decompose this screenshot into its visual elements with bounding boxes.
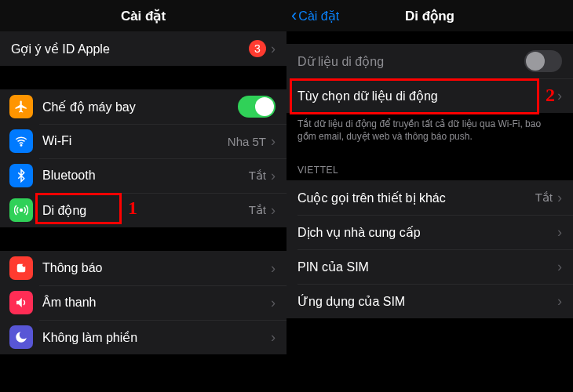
row-label: Tùy chọn dữ liệu di động	[297, 89, 557, 103]
settings-root-pane: Cài đặt Gợi ý về ID Apple 3 › Chế độ máy…	[0, 0, 286, 392]
notifications-icon	[9, 256, 33, 280]
section-gap	[286, 31, 573, 44]
cellular-pane: ‹ Cài đặt Di động Dữ liệu di động Tùy ch…	[286, 0, 573, 392]
carrier-services-row[interactable]: Dịch vụ nhà cung cấp ›	[286, 215, 573, 249]
cellular-row[interactable]: Di động Tắt ›	[0, 193, 286, 227]
sounds-row[interactable]: Âm thanh ›	[0, 285, 286, 320]
connectivity-section: Chế độ máy bay Wi-Fi Nha 5T › Bluetooth …	[0, 89, 286, 227]
bluetooth-row[interactable]: Bluetooth Tắt ›	[0, 158, 286, 193]
row-value: Tắt	[249, 169, 266, 183]
airplane-icon	[9, 95, 33, 118]
chevron-right-icon: ›	[271, 41, 276, 57]
row-label: Ứng dụng của SIM	[297, 294, 557, 309]
chevron-right-icon: ›	[271, 168, 276, 184]
row-label: Chế độ máy bay	[42, 100, 238, 114]
back-button[interactable]: ‹ Cài đặt	[291, 0, 339, 31]
tutorial-number-2: 2	[546, 85, 555, 106]
mobile-data-toggle[interactable]	[524, 50, 562, 72]
chevron-right-icon: ›	[271, 202, 276, 219]
page-title: Di động	[405, 8, 454, 24]
mobile-data-section: Dữ liệu di động Tùy chọn dữ liệu di động…	[286, 44, 573, 113]
airplane-toggle[interactable]	[238, 96, 276, 118]
row-label: Thông báo	[42, 261, 271, 275]
navbar-left: Cài đặt	[0, 0, 286, 31]
notifications-row[interactable]: Thông báo ›	[0, 251, 286, 285]
chevron-right-icon: ›	[271, 295, 276, 311]
back-label: Cài đặt	[298, 9, 339, 24]
carrier-header: VIETTEL	[286, 154, 573, 180]
wifi-row[interactable]: Wi-Fi Nha 5T ›	[0, 124, 286, 158]
speaker-icon	[9, 291, 33, 314]
chevron-right-icon: ›	[557, 88, 562, 104]
chevron-right-icon: ›	[557, 259, 562, 275]
row-label: PIN của SIM	[297, 260, 557, 274]
row-label: Không làm phiền	[42, 330, 271, 345]
tutorial-number-1: 1	[128, 198, 137, 219]
moon-icon	[9, 325, 33, 349]
navbar-right: ‹ Cài đặt Di động	[286, 0, 573, 31]
chevron-left-icon: ‹	[291, 7, 297, 24]
chevron-right-icon: ›	[271, 133, 276, 150]
sim-pin-row[interactable]: PIN của SIM ›	[286, 249, 573, 284]
airplane-mode-row[interactable]: Chế độ máy bay	[0, 89, 286, 124]
antenna-icon	[9, 198, 33, 222]
apple-id-suggestions-row[interactable]: Gợi ý về ID Apple 3 ›	[0, 31, 286, 66]
row-label: Cuộc gọi trên thiết bị khác	[297, 191, 535, 205]
notification-badge: 3	[249, 40, 266, 57]
notify-section: Thông báo › Âm thanh › Không làm phiền ›	[0, 251, 286, 354]
mobile-data-row[interactable]: Dữ liệu di động	[286, 44, 573, 78]
row-label: Wi-Fi	[42, 134, 228, 148]
section-gap	[0, 227, 286, 251]
chevron-right-icon: ›	[557, 190, 562, 206]
row-label: Dịch vụ nhà cung cấp	[297, 225, 557, 240]
svg-point-1	[20, 209, 23, 212]
row-label: Gợi ý về ID Apple	[11, 42, 249, 56]
row-label: Di động	[42, 203, 249, 218]
row-label: Bluetooth	[42, 169, 249, 183]
dnd-row[interactable]: Không làm phiền ›	[0, 320, 286, 354]
bluetooth-icon	[9, 164, 33, 187]
carrier-section: Cuộc gọi trên thiết bị khác Tắt › Dịch v…	[286, 180, 573, 318]
wifi-icon	[9, 129, 33, 153]
svg-point-0	[20, 145, 22, 147]
chevron-right-icon: ›	[271, 260, 276, 277]
row-label: Âm thanh	[42, 296, 271, 310]
row-value: Tắt	[535, 191, 553, 205]
apple-id-section: Gợi ý về ID Apple 3 ›	[0, 31, 286, 66]
page-title: Cài đặt	[121, 8, 166, 24]
chevron-right-icon: ›	[271, 329, 276, 346]
svg-point-3	[23, 263, 27, 267]
chevron-right-icon: ›	[557, 224, 562, 241]
section-footer: Tắt dữ liệu di động để truyền tất cả dữ …	[286, 113, 573, 154]
row-label: Dữ liệu di động	[297, 54, 524, 69]
sim-apps-row[interactable]: Ứng dụng của SIM ›	[286, 284, 573, 318]
row-value: Tắt	[249, 203, 266, 217]
section-gap	[0, 66, 286, 89]
chevron-right-icon: ›	[557, 293, 562, 310]
row-value: Nha 5T	[228, 135, 266, 148]
calls-other-devices-row[interactable]: Cuộc gọi trên thiết bị khác Tắt ›	[286, 180, 573, 215]
mobile-data-options-row[interactable]: Tùy chọn dữ liệu di động ›	[286, 78, 573, 113]
